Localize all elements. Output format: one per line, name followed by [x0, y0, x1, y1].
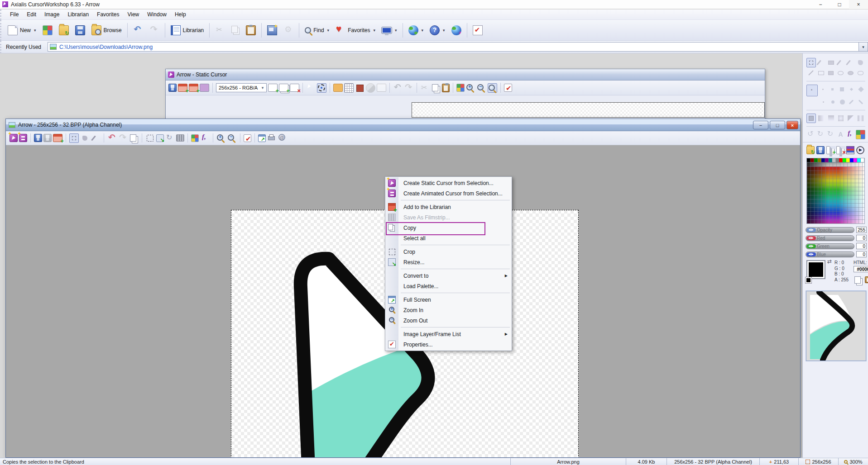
fit-window-icon[interactable]	[258, 134, 266, 142]
menu-item-properties[interactable]: Properties...	[385, 339, 512, 350]
slider-track[interactable]: ◀▶ Blue	[806, 251, 854, 257]
menu-item-full-screen[interactable]: Full Screen	[385, 294, 512, 305]
save-palette-icon[interactable]	[816, 146, 825, 154]
pencil-tool-icon[interactable]	[836, 58, 846, 67]
app-close-button[interactable]: ×	[849, 0, 868, 9]
fill-style-radial[interactable]	[836, 114, 846, 123]
zoom-out-icon[interactable]	[477, 83, 486, 93]
grid-toggle-icon[interactable]	[344, 83, 354, 93]
rotate-180-icon[interactable]	[826, 130, 836, 139]
slider-value[interactable]: 0	[856, 251, 867, 257]
palette-color-cell[interactable]	[850, 158, 854, 162]
small-color-swatch[interactable]	[806, 277, 811, 283]
palette-color-cell[interactable]	[825, 158, 829, 162]
palette-icon[interactable]	[456, 84, 465, 92]
menu-item-save-as-filmstrip[interactable]: Save As Filmstrip...	[385, 212, 512, 223]
swap-colors-icon[interactable]: ⇄	[827, 258, 832, 265]
copy-color-icon[interactable]	[854, 276, 861, 284]
fill-style-gradient-v[interactable]	[826, 114, 836, 123]
hand-tool-icon[interactable]	[80, 133, 90, 143]
fill-style-diagonal[interactable]	[846, 114, 855, 123]
redo-button[interactable]	[147, 22, 162, 39]
line-tool-icon[interactable]	[806, 68, 816, 78]
brush-size-3[interactable]	[837, 85, 846, 94]
screen-mode-button[interactable]	[379, 22, 400, 39]
doc-restore-button[interactable]: □	[770, 121, 785, 129]
menu-bar-item[interactable]: Librarian	[63, 10, 93, 19]
delete-image-icon[interactable]	[290, 84, 299, 92]
brush-size-2[interactable]	[828, 85, 837, 94]
menu-item-create-static-cursor-from-selection[interactable]: Create Static Cursor from Selection...	[385, 178, 512, 188]
image-document-title-bar[interactable]: Arrow - 256x256 - 32 BPP (Alpha Channel)…	[6, 119, 800, 131]
new-from-palette-button[interactable]	[40, 22, 55, 39]
palette-apply-icon[interactable]	[856, 146, 864, 154]
brush-size-7[interactable]	[828, 97, 837, 107]
save-icon[interactable]	[34, 134, 42, 142]
menu-item-zoom-out[interactable]: Zoom Out	[385, 315, 512, 326]
fill-tool-icon[interactable]	[856, 58, 865, 67]
palette-color-cell[interactable]	[846, 158, 850, 162]
web-dropdown-arrow[interactable]	[422, 28, 424, 33]
select-tool-icon[interactable]	[806, 58, 816, 67]
rotate-icon[interactable]	[165, 133, 175, 143]
palette-icon[interactable]	[856, 130, 865, 139]
recently-used-dropdown-arrow[interactable]: ▾	[859, 42, 868, 52]
menu-item-load-palette[interactable]: Load Palette...	[385, 281, 512, 291]
palette-color-cell[interactable]	[829, 158, 832, 162]
create-static-cursor-icon[interactable]	[10, 134, 18, 142]
slider-track[interactable]: ◀▶ Green	[806, 243, 854, 249]
palette-color-cell[interactable]	[861, 158, 864, 162]
rotate-left-icon[interactable]	[806, 130, 816, 139]
menu-item-resize[interactable]: Resize...	[385, 257, 512, 267]
zoom-in-icon[interactable]	[466, 83, 475, 93]
redo-icon[interactable]	[118, 133, 128, 143]
slider-spinner[interactable]: ◀▶	[806, 236, 816, 240]
palette-color-cell[interactable]	[807, 158, 810, 162]
rounded-rectangle-tool-icon[interactable]	[856, 68, 865, 78]
browse-button[interactable]: Browse	[89, 22, 125, 39]
zoom-out-icon[interactable]	[227, 133, 237, 143]
slider-value[interactable]: 0	[856, 235, 867, 241]
slider-track[interactable]: ◀▶ Opacity	[806, 227, 854, 233]
menu-item-zoom-in[interactable]: Zoom In	[385, 305, 512, 315]
web-button[interactable]	[406, 22, 427, 39]
brush-size-current[interactable]	[806, 85, 818, 96]
undo-icon[interactable]	[393, 83, 403, 93]
brush-size-4[interactable]	[847, 85, 856, 94]
cut-button[interactable]	[212, 22, 228, 39]
duplicate-frame-icon[interactable]	[189, 84, 198, 92]
menu-bar-item[interactable]: Image	[40, 10, 63, 19]
menu-item-convert-to[interactable]: Convert to	[385, 270, 512, 281]
slider-spinner[interactable]: ◀▶	[806, 244, 816, 248]
cursor-preview-grid[interactable]	[412, 102, 765, 118]
image-preview-thumbnail[interactable]	[806, 291, 866, 361]
undo-button[interactable]	[130, 22, 146, 39]
copy-pages-icon[interactable]	[431, 83, 441, 93]
paste-button[interactable]	[243, 22, 259, 39]
menu-bar-item[interactable]: File	[6, 10, 23, 19]
redo-icon[interactable]	[404, 83, 413, 93]
test-checkmark-icon[interactable]	[504, 84, 512, 92]
brush-size-1[interactable]	[818, 85, 827, 94]
fill-style-gradient-h[interactable]	[816, 114, 826, 123]
paste-clipboard-icon[interactable]	[442, 84, 450, 92]
eyedropper-tool-icon[interactable]	[816, 58, 826, 67]
color-palette[interactable]	[806, 158, 865, 224]
filled-rectangle-tool-icon[interactable]	[826, 68, 836, 78]
fill-style-solid[interactable]	[806, 114, 816, 123]
hex-color-field[interactable]: #000000	[854, 266, 868, 272]
screen-mode-dropdown-arrow[interactable]	[395, 28, 397, 33]
menu-item-select-all[interactable]: Select all	[385, 233, 512, 243]
palette-color-cell[interactable]	[854, 158, 857, 162]
palette-color-cell[interactable]	[821, 158, 825, 162]
palette-color-cell[interactable]	[843, 158, 846, 162]
brush-slash[interactable]	[847, 97, 856, 107]
eraser-tool-icon[interactable]	[826, 58, 836, 67]
doc-minimize-button[interactable]: −	[753, 121, 768, 129]
palette-color-cell[interactable]	[810, 158, 814, 162]
palette-list-icon[interactable]	[846, 146, 854, 154]
create-animated-cursor-icon[interactable]	[19, 134, 27, 142]
palette-color-cell[interactable]	[857, 158, 861, 162]
slider-track[interactable]: ◀▶ Red	[806, 235, 854, 241]
save-cursor-icon[interactable]	[168, 84, 177, 92]
